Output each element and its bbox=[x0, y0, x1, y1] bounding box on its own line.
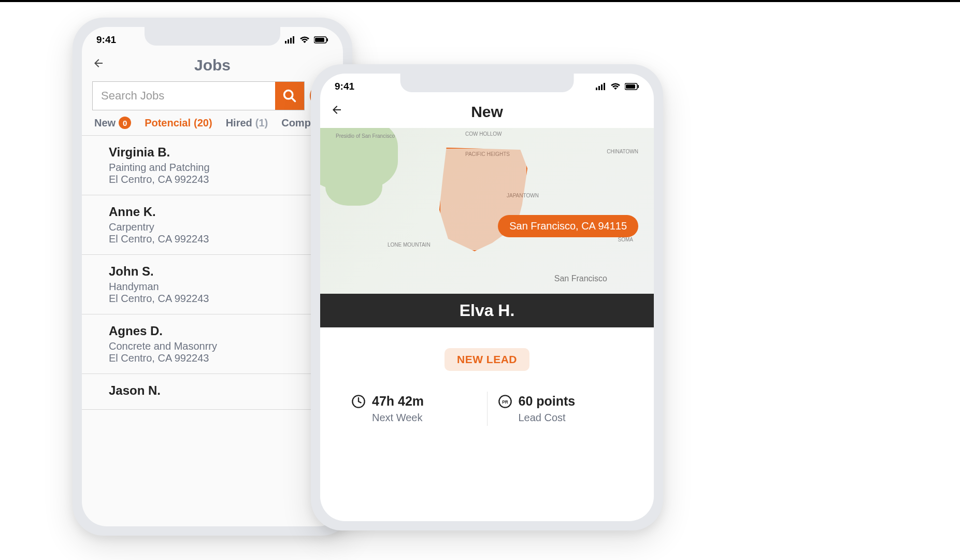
svg-rect-12 bbox=[598, 86, 600, 90]
job-list: Virginia B. Painting and Patching El Cen… bbox=[82, 136, 343, 410]
svg-line-8 bbox=[292, 98, 295, 102]
svg-rect-6 bbox=[327, 38, 328, 41]
screen: 9:41 New Presidio of San Francisco COW H… bbox=[320, 74, 654, 521]
stat-label: Next Week bbox=[372, 412, 477, 424]
map-label: SOMA bbox=[618, 237, 633, 242]
stat-cost: PR 60 points Lead Cost bbox=[487, 392, 634, 426]
points-icon: PR bbox=[498, 394, 512, 409]
stat-label: Lead Cost bbox=[519, 412, 623, 424]
job-name: Virginia B. bbox=[109, 145, 333, 160]
search-row bbox=[82, 81, 343, 117]
clock-icon bbox=[351, 394, 366, 409]
search-input[interactable] bbox=[93, 82, 275, 110]
search-box bbox=[92, 81, 305, 110]
list-item[interactable]: Jason N. bbox=[82, 374, 343, 410]
stat-value: 47h 42m bbox=[372, 394, 424, 409]
battery-icon bbox=[625, 83, 639, 90]
svg-rect-0 bbox=[285, 41, 286, 44]
map-label: CHINATOWN bbox=[607, 149, 638, 154]
tab-new[interactable]: New 0 bbox=[94, 117, 131, 129]
svg-rect-11 bbox=[596, 88, 597, 90]
wifi-icon bbox=[299, 36, 310, 44]
device-notch bbox=[400, 74, 574, 92]
tab-count: (20) bbox=[194, 117, 212, 129]
screen: 9:41 Jobs bbox=[82, 27, 343, 526]
battery-icon bbox=[314, 36, 328, 44]
cellular-icon bbox=[596, 83, 606, 90]
tab-label: Hired bbox=[226, 117, 252, 129]
device-notch bbox=[145, 27, 280, 46]
lead-status-badge: NEW LEAD bbox=[445, 348, 529, 371]
job-category: Painting and Patching bbox=[109, 162, 333, 174]
back-button[interactable] bbox=[331, 104, 343, 120]
nav-bar: New bbox=[320, 96, 654, 128]
status-time: 9:41 bbox=[335, 81, 354, 92]
nav-bar: Jobs bbox=[82, 50, 343, 81]
status-icons bbox=[285, 36, 328, 44]
job-name: Agnes D. bbox=[109, 324, 333, 338]
tab-label: Potencial bbox=[145, 117, 191, 129]
list-item[interactable]: John S. Handyman El Centro, CA 992243 bbox=[82, 255, 343, 314]
map-label: San Francisco bbox=[554, 274, 607, 283]
job-location: El Centro, CA 992243 bbox=[109, 352, 333, 364]
job-name: John S. bbox=[109, 264, 333, 279]
back-button[interactable] bbox=[92, 57, 105, 73]
tab-hired[interactable]: Hired (1) bbox=[226, 117, 268, 129]
tab-badge: 0 bbox=[119, 117, 131, 129]
map-location-pill: San Francisco, CA 94115 bbox=[498, 215, 638, 237]
lead-badge-row: NEW LEAD bbox=[320, 327, 654, 385]
svg-rect-16 bbox=[626, 84, 635, 89]
svg-rect-5 bbox=[315, 38, 324, 42]
svg-rect-13 bbox=[601, 84, 603, 90]
page-title: Jobs bbox=[194, 56, 231, 74]
wifi-icon bbox=[610, 83, 621, 90]
svg-rect-1 bbox=[288, 39, 289, 44]
page-title: New bbox=[471, 103, 503, 121]
customer-name-bar: Elva H. bbox=[320, 294, 654, 327]
svg-line-20 bbox=[359, 401, 361, 403]
list-item[interactable]: Anne K. Carpentry El Centro, CA 992243 bbox=[82, 195, 343, 255]
job-category: Handyman bbox=[109, 281, 333, 293]
search-icon bbox=[282, 89, 297, 103]
job-name: Jason N. bbox=[109, 383, 333, 398]
map[interactable]: Presidio of San Francisco COW HOLLOW PAC… bbox=[320, 128, 654, 294]
stat-value: 60 points bbox=[519, 394, 576, 409]
svg-rect-17 bbox=[638, 85, 639, 88]
map-label: COW HOLLOW bbox=[465, 131, 502, 137]
tab-label: New bbox=[94, 117, 116, 129]
cellular-icon bbox=[285, 36, 295, 44]
svg-rect-2 bbox=[290, 38, 292, 44]
job-category: Carpentry bbox=[109, 221, 333, 233]
status-time: 9:41 bbox=[96, 34, 116, 46]
map-label: Presidio of San Francisco bbox=[336, 133, 395, 139]
svg-rect-14 bbox=[604, 83, 605, 90]
list-item[interactable]: Virginia B. Painting and Patching El Cen… bbox=[82, 136, 343, 195]
svg-text:PR: PR bbox=[502, 399, 508, 404]
job-location: El Centro, CA 992243 bbox=[109, 174, 333, 185]
search-button[interactable] bbox=[275, 82, 304, 110]
list-item[interactable]: Agnes D. Concrete and Masonrry El Centro… bbox=[82, 314, 343, 374]
tabs-row: New 0 Potencial (20) Hired (1) Complete bbox=[82, 117, 343, 136]
job-category: Concrete and Masonrry bbox=[109, 340, 333, 352]
job-name: Anne K. bbox=[109, 205, 333, 219]
stat-time: 47h 42m Next Week bbox=[341, 392, 487, 426]
stats-row: 47h 42m Next Week PR 60 points Lead Cost bbox=[320, 385, 654, 441]
tab-count: (1) bbox=[255, 117, 268, 129]
phone-lead-detail: 9:41 New Presidio of San Francisco COW H… bbox=[311, 64, 663, 530]
status-icons bbox=[596, 83, 639, 90]
tab-potential[interactable]: Potencial (20) bbox=[145, 117, 212, 129]
phone-jobs-list: 9:41 Jobs bbox=[73, 18, 352, 536]
map-label: LONE MOUNTAIN bbox=[388, 242, 431, 248]
job-location: El Centro, CA 992243 bbox=[109, 233, 333, 245]
svg-rect-3 bbox=[293, 36, 294, 44]
job-location: El Centro, CA 992243 bbox=[109, 293, 333, 305]
map-park bbox=[325, 159, 382, 206]
